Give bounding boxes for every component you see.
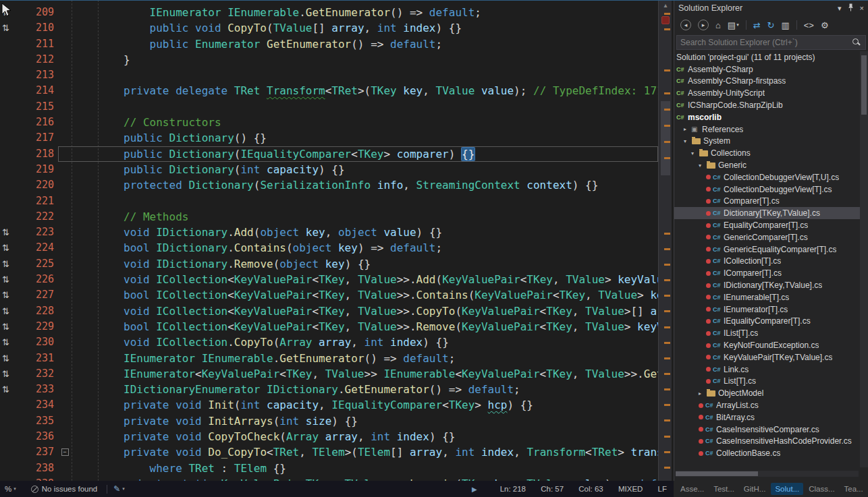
code-line[interactable]: ⇅233 IDictionaryEnumerator IDictionary.G… <box>0 382 658 397</box>
breakpoint-margin[interactable] <box>0 99 13 115</box>
reference-updown-icon[interactable]: ⇅ <box>0 319 13 334</box>
tree-expanded-arrow-icon[interactable]: ▾ <box>684 138 691 144</box>
tree-item[interactable]: C#KeyNotFoundException.cs <box>674 339 860 351</box>
panel-tab-tea[interactable]: Tea... <box>840 483 867 495</box>
tree-item[interactable]: ▸ObjectModel <box>674 387 860 399</box>
reference-updown-icon[interactable]: ⇅ <box>0 225 13 240</box>
scrollbar-thumb[interactable] <box>676 471 758 476</box>
tree-item[interactable]: C#Assembly-CSharp-firstpass <box>674 76 860 88</box>
play-icon[interactable]: ▶ <box>472 486 477 493</box>
view-code-icon[interactable]: <> <box>804 20 814 30</box>
home-icon[interactable]: ⌂ <box>715 20 721 30</box>
breakpoint-margin[interactable] <box>0 83 13 98</box>
code-line[interactable]: 236 private void CopyToCheck(Array array… <box>0 429 658 444</box>
window-options-chevron-icon[interactable]: ▾ <box>838 4 842 13</box>
breakpoint-margin[interactable] <box>0 429 13 444</box>
tree-item[interactable]: ▾Collections <box>674 147 860 159</box>
tree-item[interactable]: C#IEnumerable[T].cs <box>674 291 860 303</box>
code-line[interactable]: ⇅225 void IDictionary.Remove(object key)… <box>0 256 658 272</box>
breakpoint-margin[interactable] <box>0 194 13 209</box>
tree-item[interactable]: C#IList[T].cs <box>674 327 860 339</box>
code-line[interactable]: 214 private delegate TRet Transform<TRet… <box>0 83 658 98</box>
tree-item[interactable]: C#ICSharpCode.SharpZipLib <box>674 99 860 111</box>
tree-item[interactable]: C#Dictionary[TKey,TValue].cs <box>674 207 860 219</box>
code-line[interactable]: 239 private static KeyValuePair<TKey, TV… <box>0 476 658 481</box>
tree-item[interactable]: C#GenericEqualityComparer[T].cs <box>674 243 860 256</box>
tree-item[interactable]: C#GenericComparer[T].cs <box>674 231 860 243</box>
tree-item[interactable]: C#Assembly-CSharp <box>674 63 860 76</box>
code-line[interactable]: ⇅210 public void CopyTo(TValue[] array, … <box>0 20 658 36</box>
search-input[interactable] <box>677 38 852 47</box>
breakpoint-margin[interactable] <box>0 130 13 146</box>
panel-tab-gith[interactable]: GitH... <box>740 483 770 495</box>
breakpoint-margin[interactable] <box>0 115 13 130</box>
pin-icon[interactable] <box>848 3 854 13</box>
breakpoint-margin[interactable] <box>0 476 13 481</box>
code-line[interactable]: ⇅209 IEnumerator IEnumerable.GetEnumerat… <box>0 5 658 20</box>
code-line[interactable]: 238 where TRet : TElem {} <box>0 461 658 476</box>
panel-tab-asse[interactable]: Asse... <box>676 483 708 495</box>
code-line[interactable]: ⇅224 bool IDictionary.Contains(object ke… <box>0 240 658 256</box>
reference-updown-icon[interactable]: ⇅ <box>0 240 13 256</box>
code-line[interactable]: 212 } <box>0 52 658 67</box>
fold-collapse-icon[interactable]: − <box>58 444 72 460</box>
code-line[interactable]: 211 public Enumerator GetEnumerator() =>… <box>0 36 658 52</box>
breakpoint-margin[interactable] <box>0 461 13 476</box>
code-line[interactable]: ⇅231 IEnumerator IEnumerable.GetEnumerat… <box>0 351 658 366</box>
panel-tab-class[interactable]: Class... <box>805 483 838 495</box>
breakpoint-margin[interactable] <box>0 67 13 83</box>
tree-item[interactable]: C#Comparer[T].cs <box>674 196 860 208</box>
code-editor[interactable]: ⇅209 IEnumerator IEnumerable.GetEnumerat… <box>0 0 658 481</box>
tree-expanded-arrow-icon[interactable]: ▾ <box>691 150 699 156</box>
code-line[interactable]: 221 <box>0 194 658 209</box>
tree-item[interactable]: C#mscorlib <box>674 111 860 123</box>
scroll-up-arrow-icon[interactable]: ▴ <box>659 1 672 9</box>
panel-tab-test[interactable]: Test... <box>709 483 738 495</box>
tree-item[interactable]: Solution 'project-gui' (11 of 11 project… <box>674 51 860 63</box>
reference-updown-icon[interactable]: ⇅ <box>0 382 13 397</box>
code-line[interactable]: ⇅227 bool ICollection<KeyValuePair<TKey,… <box>0 287 658 303</box>
reference-updown-icon[interactable]: ⇅ <box>0 287 13 303</box>
reference-updown-icon[interactable]: ⇅ <box>0 20 13 36</box>
code-cleanup-button[interactable]: ✎▾ <box>113 484 125 494</box>
code-line[interactable]: 217 public Dictionary() {} <box>0 130 658 146</box>
code-line[interactable]: 219 public Dictionary(int capacity) {} <box>0 162 658 177</box>
scrollbar-thumb[interactable] <box>861 55 867 115</box>
column-indicator[interactable]: Col: 63 <box>578 485 603 493</box>
tree-item[interactable]: C#ICollection[T].cs <box>674 256 860 268</box>
tree-item[interactable]: C#IEnumerator[T].cs <box>674 303 860 316</box>
reference-updown-icon[interactable]: ⇅ <box>0 351 13 366</box>
line-indicator[interactable]: Ln: 218 <box>500 485 526 493</box>
code-line[interactable]: 216 // Constructors <box>0 115 658 130</box>
tree-item[interactable]: ▸▣References <box>674 123 860 136</box>
tree-item[interactable]: C#Link.cs <box>674 363 860 376</box>
tree-item[interactable]: C#Assembly-UnityScript <box>674 87 860 99</box>
tree-item[interactable]: C#IDictionary[TKey,TValue].cs <box>674 279 860 291</box>
tree-collapsed-arrow-icon[interactable]: ▸ <box>684 126 691 132</box>
code-line[interactable]: 235 private void InitArrays(int size) {} <box>0 413 658 429</box>
collapse-all-icon[interactable]: ▥ <box>781 20 789 30</box>
code-line[interactable]: 220 protected Dictionary(SerializationIn… <box>0 177 658 193</box>
tree-item[interactable]: C#CollectionDebuggerView[T].cs <box>674 183 860 196</box>
character-indicator[interactable]: Ch: 57 <box>541 485 564 493</box>
tree-item[interactable]: C#CaseInsensitiveHashCodeProvider.cs <box>674 436 860 448</box>
tree-item[interactable]: C#IComparer[T].cs <box>674 267 860 279</box>
reference-updown-icon[interactable]: ⇅ <box>0 366 13 382</box>
breakpoint-margin[interactable] <box>0 36 13 52</box>
tree-item[interactable]: ▾Generic <box>674 159 860 171</box>
code-line[interactable]: ⇅229 bool ICollection<KeyValuePair<TKey,… <box>0 319 658 334</box>
code-line[interactable]: 222 // Methods <box>0 209 658 225</box>
reference-updown-icon[interactable]: ⇅ <box>0 303 13 319</box>
breakpoint-margin[interactable] <box>0 146 13 162</box>
panel-tab-solut[interactable]: Solut... <box>771 483 803 495</box>
switch-views-icon[interactable]: ▤▾ <box>728 20 739 30</box>
breakpoint-margin[interactable] <box>0 397 13 413</box>
zoom-control[interactable]: % ▾ <box>5 485 16 493</box>
code-line[interactable]: 237− private void Do_CopyTo<TRet, TElem>… <box>0 444 658 460</box>
panel-vertical-scrollbar[interactable] <box>860 51 868 467</box>
breakpoint-margin[interactable] <box>0 444 13 460</box>
editor-vertical-scrollbar[interactable]: ▴ <box>658 0 672 481</box>
reference-updown-icon[interactable]: ⇅ <box>0 256 13 272</box>
tree-item[interactable]: C#BitArray.cs <box>674 411 860 423</box>
panel-horizontal-scrollbar[interactable] <box>676 471 859 477</box>
